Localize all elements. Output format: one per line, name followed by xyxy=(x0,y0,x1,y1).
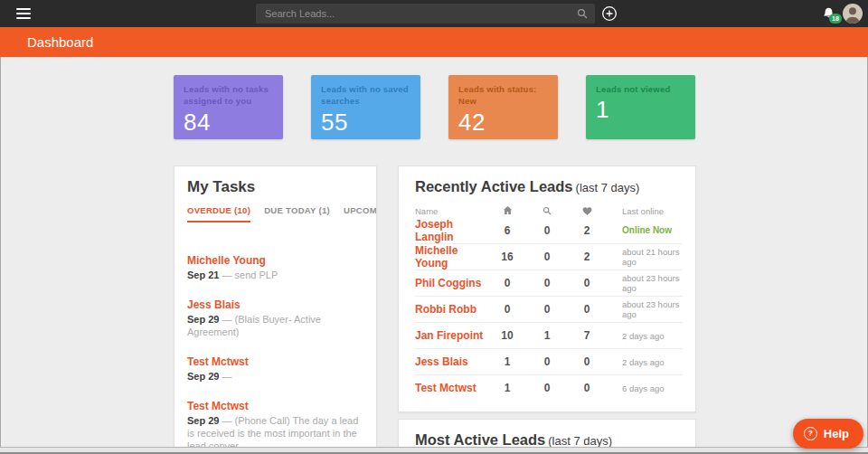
tasks-tab[interactable]: DUE TODAY (1) xyxy=(264,205,330,222)
lead-views-count: 16 xyxy=(487,251,527,263)
lead-views-count: 0 xyxy=(487,277,527,289)
heart-icon xyxy=(567,203,607,219)
my-tasks-title: My Tasks xyxy=(187,178,363,196)
panel-title-suffix: (last 7 days) xyxy=(576,181,640,194)
lead-link[interactable]: Robbi Robb xyxy=(415,303,487,316)
task-item: Test Mctwst Sep 29 — xyxy=(187,355,363,383)
stat-card-value: 55 xyxy=(321,109,410,137)
lead-searches-count: 0 xyxy=(527,251,567,263)
window-bottom-edge xyxy=(0,447,868,454)
stat-card-label: Leads with no tasks assigned to you xyxy=(184,83,273,108)
recently-active-leads-title: Recently Active Leads(last 7 days) xyxy=(415,177,683,197)
add-lead-button[interactable] xyxy=(601,5,618,22)
lead-link[interactable]: Test Mctwst xyxy=(415,382,487,394)
task-date: Sep 29 xyxy=(187,415,219,426)
page-header: Dashboard xyxy=(0,27,868,57)
dashboard-content: Leads with no tasks assigned to you 84 L… xyxy=(0,57,868,454)
stat-card-label: Leads with status: New xyxy=(458,83,548,108)
lead-row: Joseph Langlin 6 0 2 Online Now xyxy=(415,217,683,243)
lead-favorites-count: 0 xyxy=(567,277,607,289)
tasks-tab[interactable]: OVERDUE (10) xyxy=(187,205,250,222)
lead-favorites-count: 0 xyxy=(567,382,607,394)
my-tasks-panel: My Tasks OVERDUE (10) DUE TODAY (1) UPCO… xyxy=(174,166,377,454)
task-detail: Sep 29 — (Blais Buyer- Active Agreement) xyxy=(187,313,363,338)
lead-favorites-count: 0 xyxy=(567,355,607,368)
leads-table-body: Joseph Langlin 6 0 2 Online Now Michelle… xyxy=(415,217,683,401)
lead-favorites-count: 7 xyxy=(567,329,607,342)
stat-card[interactable]: Leads with no saved searches 55 xyxy=(311,75,420,139)
lead-row: Jan Firepoint 10 1 7 2 days ago xyxy=(415,322,683,348)
task-list: Michelle Young Sep 21 — send PLP Jess Bl… xyxy=(187,253,363,454)
avatar-image xyxy=(843,4,863,24)
lead-views-count: 0 xyxy=(487,303,527,316)
user-avatar[interactable] xyxy=(843,4,863,24)
lead-row: Phil Coggins 0 0 0 about 23 hours ago xyxy=(415,270,683,296)
tasks-tab[interactable]: UPCOMING (20) xyxy=(344,205,377,222)
stat-card-value: 84 xyxy=(184,109,273,137)
home-icon xyxy=(487,203,527,219)
lead-search xyxy=(256,4,595,24)
task-lead-link[interactable]: Jess Blais xyxy=(187,298,363,312)
lead-views-count: 1 xyxy=(487,382,527,394)
task-item: Test Mctwst Sep 29 — (Phone Call) The da… xyxy=(187,399,363,452)
notifications-button[interactable]: 18 xyxy=(822,6,835,21)
stat-card[interactable]: Leads with status: New 42 xyxy=(448,75,558,139)
recently-active-leads-panel: Recently Active Leads(last 7 days) Name … xyxy=(398,166,696,412)
task-date: Sep 29 xyxy=(187,314,219,325)
lead-searches-count: 0 xyxy=(527,277,567,289)
search-input[interactable] xyxy=(256,4,595,24)
stat-card-value: 1 xyxy=(596,96,685,124)
panel-title-text: Recently Active Leads xyxy=(415,178,573,194)
column-last-online: Last online xyxy=(607,206,683,216)
stat-card-value: 42 xyxy=(458,109,548,137)
lead-searches-count: 0 xyxy=(527,355,567,368)
lead-row: Robbi Robb 0 0 0 about 23 hours ago xyxy=(415,296,683,322)
help-button-label: Help xyxy=(824,427,849,440)
task-date: Sep 29 xyxy=(187,371,219,382)
stats-row: Leads with no tasks assigned to you 84 L… xyxy=(174,75,695,139)
stat-card-label: Leads not viewed xyxy=(596,83,685,95)
lead-link[interactable]: Jan Firepoint xyxy=(415,329,487,342)
lead-last-online: 6 days ago xyxy=(607,383,683,393)
lead-views-count: 10 xyxy=(487,329,527,342)
lead-row: Test Mctwst 1 0 0 6 days ago xyxy=(415,374,683,401)
menu-icon[interactable] xyxy=(16,8,31,19)
panel-title-text: Most Active Leads xyxy=(415,431,545,448)
stat-card[interactable]: Leads with no tasks assigned to you 84 xyxy=(174,75,283,139)
task-note: — send PLP xyxy=(222,270,278,280)
task-lead-link[interactable]: Michelle Young xyxy=(187,253,363,268)
task-detail: Sep 21 — send PLP xyxy=(187,269,363,281)
page-title: Dashboard xyxy=(0,27,868,57)
notification-count-badge: 18 xyxy=(829,14,842,24)
lead-last-online: about 23 hours ago xyxy=(607,273,683,293)
lead-link[interactable]: Jess Blais xyxy=(415,355,487,368)
lead-last-online: 2 days ago xyxy=(607,357,683,367)
lead-last-online: Online Now xyxy=(607,225,683,235)
lead-link[interactable]: Phil Coggins xyxy=(415,277,487,289)
lead-favorites-count: 0 xyxy=(567,303,607,316)
lead-link[interactable]: Joseph Langlin xyxy=(415,218,487,243)
task-lead-link[interactable]: Test Mctwst xyxy=(187,399,363,413)
task-detail: Sep 29 — xyxy=(187,370,363,383)
lead-searches-count: 0 xyxy=(527,303,567,316)
lead-row: Jess Blais 1 0 0 2 days ago xyxy=(415,348,683,374)
lead-row: Michelle Young 16 0 2 about 21 hours ago xyxy=(415,243,683,270)
task-lead-link[interactable]: Test Mctwst xyxy=(187,355,363,369)
tasks-tabs: OVERDUE (10) DUE TODAY (1) UPCOMING (20) xyxy=(187,205,363,222)
lead-favorites-count: 2 xyxy=(567,224,607,237)
task-item: Jess Blais Sep 29 — (Blais Buyer- Active… xyxy=(187,298,363,338)
task-note: — xyxy=(222,371,232,382)
stat-card-label: Leads with no saved searches xyxy=(321,83,410,108)
search-icon xyxy=(527,203,567,219)
lead-searches-count: 0 xyxy=(527,224,567,237)
lead-last-online: about 21 hours ago xyxy=(607,247,683,267)
lead-last-online: about 23 hours ago xyxy=(607,299,683,319)
help-button[interactable]: ? Help xyxy=(793,419,863,449)
lead-link[interactable]: Michelle Young xyxy=(415,244,487,270)
search-icon[interactable] xyxy=(577,8,588,19)
lead-searches-count: 1 xyxy=(527,329,567,342)
stat-card[interactable]: Leads not viewed 1 xyxy=(586,75,695,139)
task-item: Michelle Young Sep 21 — send PLP xyxy=(187,253,363,281)
column-name: Name xyxy=(415,206,487,216)
task-date: Sep 21 xyxy=(187,270,219,280)
